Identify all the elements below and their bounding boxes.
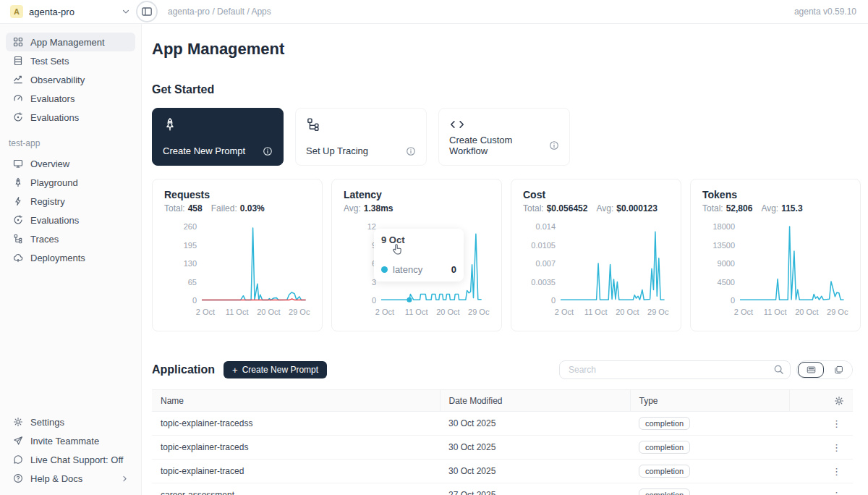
x-tick-label: 2 Oct: [196, 308, 215, 316]
create-new-prompt-card[interactable]: Create New Prompt: [152, 108, 284, 166]
sidebar-item-label: Observability: [30, 75, 85, 85]
sidebar-item-evaluations-app[interactable]: Evaluations: [6, 211, 135, 229]
sidebar-item-evaluations[interactable]: Evaluations: [6, 108, 135, 127]
sidebar-item-overview[interactable]: Overview: [6, 154, 135, 173]
card-label: Create Custom Workflow: [449, 135, 549, 156]
y-tick-label: 0.007: [535, 259, 556, 268]
column-header-type[interactable]: Type: [630, 390, 789, 412]
panel-left-icon: [141, 6, 153, 17]
chart-stats: Avg:1.38ms: [344, 203, 490, 213]
get-started-heading: Get Started: [152, 83, 853, 96]
breadcrumb[interactable]: agenta-pro / Default / Apps: [168, 7, 271, 17]
legend-dot: [381, 266, 388, 273]
app-name[interactable]: topic-explainer-tracedss: [152, 412, 440, 436]
cost-line: [561, 232, 665, 300]
question-circle-icon: [12, 473, 23, 483]
chevron-right-icon: [121, 475, 129, 483]
app-date-modified: 27 Oct 2025: [440, 483, 630, 495]
app-name[interactable]: topic-explainer-traceds: [152, 436, 440, 460]
table-row[interactable]: career-assessment 27 Oct 2025 completion…: [152, 483, 853, 495]
x-tick-label: 20 Oct: [795, 308, 818, 316]
create-new-prompt-button[interactable]: + Create New Prompt: [224, 361, 327, 378]
app-table-body: topic-explainer-tracedss 30 Oct 2025 com…: [152, 412, 853, 495]
app-type-badge: completion: [639, 417, 690, 430]
y-tick-label: 18000: [712, 222, 735, 231]
sidebar-item-label: Invite Teammate: [30, 436, 99, 447]
x-tick-label: 29 Oct: [827, 308, 848, 316]
chart-title: Requests: [164, 189, 310, 200]
rocket-icon: [12, 177, 23, 187]
table-row[interactable]: topic-explainer-traced 30 Oct 2025 compl…: [152, 460, 853, 483]
tokens-chart-card: Tokens Total:52,806Avg:115.3 04500900013…: [690, 179, 861, 331]
requests-line: [202, 228, 306, 300]
cursor-pointer-icon: [391, 243, 404, 255]
y-tick-label: 9000: [718, 259, 735, 268]
tree-icon: [12, 234, 23, 244]
x-tick-label: 2 Oct: [555, 308, 574, 316]
card-view-button[interactable]: [825, 361, 852, 378]
y-tick-label: 0: [551, 296, 556, 305]
table-view-button[interactable]: [798, 362, 824, 378]
chart-plot[interactable]: 04500900013500180002 Oct11 Oct20 Oct29 O…: [702, 219, 848, 326]
sidebar-item-evaluators[interactable]: Evaluators: [6, 89, 135, 108]
cost-chart-card: Cost Total:$0.056452Avg:$0.000123 00.003…: [511, 179, 681, 331]
y-tick-label: 12: [367, 222, 376, 231]
app-name[interactable]: career-assessment: [152, 483, 440, 495]
card-label: Create New Prompt: [163, 145, 245, 156]
sidebar-item-live-chat[interactable]: Live Chat Support: Off: [6, 450, 135, 469]
set-up-tracing-card[interactable]: Set Up Tracing: [295, 108, 427, 166]
main-content: App Management Get Started Create New Pr…: [142, 24, 868, 495]
info-icon[interactable]: [406, 146, 416, 156]
info-icon[interactable]: [549, 140, 559, 151]
search-input[interactable]: [559, 360, 791, 379]
sidebar-item-observability[interactable]: Observability: [6, 70, 135, 89]
y-tick-label: 0.014: [535, 222, 556, 231]
x-tick-label: 20 Oct: [436, 308, 459, 316]
y-tick-label: 195: [184, 241, 197, 250]
x-tick-label: 11 Oct: [405, 308, 428, 316]
y-tick-label: 4500: [718, 278, 735, 287]
row-menu-button[interactable]: ⋮: [829, 442, 844, 453]
row-menu-button[interactable]: ⋮: [829, 490, 844, 495]
row-menu-button[interactable]: ⋮: [829, 418, 844, 429]
create-custom-workflow-card[interactable]: Create Custom Workflow: [438, 108, 570, 166]
refresh-circle-icon: [12, 112, 23, 122]
column-header-date-modified[interactable]: Date Modified: [440, 390, 630, 412]
sidebar-item-app-management[interactable]: App Management: [6, 33, 135, 51]
column-header-name[interactable]: Name: [152, 390, 440, 412]
sidebar-item-traces[interactable]: Traces: [6, 229, 135, 248]
sidebar-item-test-sets[interactable]: Test Sets: [6, 51, 135, 70]
rocket-icon: [163, 117, 273, 132]
tooltip-value: 0: [451, 264, 456, 275]
x-tick-label: 11 Oct: [584, 308, 608, 316]
sidebar-toggle-ring: [136, 1, 158, 22]
sidebar-toggle-button[interactable]: [141, 6, 153, 17]
y-tick-label: 0: [372, 296, 376, 305]
application-table: Name Date Modified Type topic-explainer-…: [152, 389, 853, 495]
sidebar-item-deployments[interactable]: Deployments: [6, 248, 135, 267]
info-icon[interactable]: [263, 146, 273, 156]
table-settings-gear-icon[interactable]: [834, 396, 844, 406]
chart-plot[interactable]: 00.00350.0070.01050.0142 Oct11 Oct20 Oct…: [523, 219, 669, 326]
sidebar-item-settings[interactable]: Settings: [6, 412, 135, 431]
x-tick-label: 20 Oct: [257, 308, 280, 316]
app-name[interactable]: topic-explainer-traced: [152, 460, 440, 483]
x-tick-label: 29 Oct: [468, 308, 490, 316]
sidebar-item-registry[interactable]: Registry: [6, 192, 135, 211]
table-row[interactable]: topic-explainer-tracedss 30 Oct 2025 com…: [152, 412, 853, 436]
sidebar-item-playground[interactable]: Playground: [6, 173, 135, 192]
sidebar-item-label: Overview: [30, 158, 69, 169]
workspace-name: agenta-pro: [29, 7, 75, 17]
sidebar-item-invite-teammate[interactable]: Invite Teammate: [6, 431, 135, 450]
chart-stat: Avg:115.3: [761, 203, 802, 213]
x-tick-label: 11 Oct: [226, 308, 249, 316]
x-tick-label: 29 Oct: [647, 308, 669, 316]
table-row[interactable]: topic-explainer-traceds 30 Oct 2025 comp…: [152, 436, 853, 460]
workspace-selector[interactable]: A agenta-pro: [10, 5, 130, 18]
row-menu-button[interactable]: ⋮: [829, 466, 844, 477]
chart-plot[interactable]: 0651301952602 Oct11 Oct20 Oct29 Oct: [164, 219, 310, 326]
chevron-down-icon: [122, 7, 130, 16]
lightning-icon: [12, 196, 23, 206]
sidebar-item-help-docs[interactable]: Help & Docs: [6, 469, 135, 488]
tooltip-series-name: latency: [393, 264, 422, 275]
